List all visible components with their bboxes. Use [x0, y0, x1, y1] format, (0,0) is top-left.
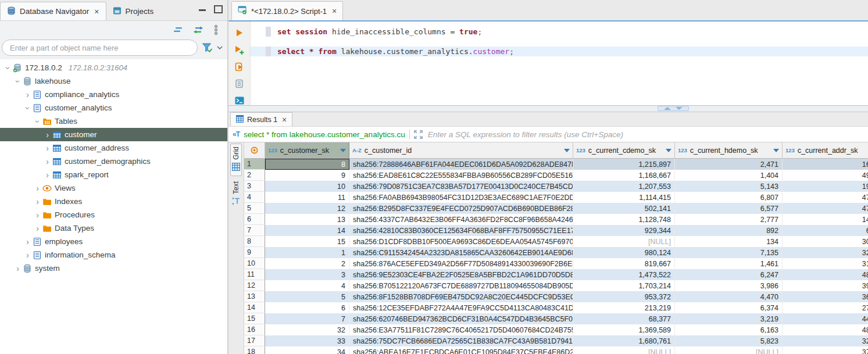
cell-c_customer_sk[interactable]: 2 [265, 258, 349, 269]
cell-c_current_addr_sk[interactable]: 14,00 [783, 214, 868, 225]
cell-c_customer_sk[interactable]: 4 [265, 280, 349, 291]
cell-c_customer_id[interactable]: sha256:C9115342454A2323DA815865CAA326064… [349, 247, 573, 258]
row-number[interactable]: 1 [244, 159, 265, 170]
tree-item-procedures[interactable]: ›Procedures [0, 208, 227, 221]
chevron-expanded-icon[interactable]: › [14, 77, 22, 85]
row-number[interactable]: 14 [244, 302, 265, 313]
cell-c_current_hdemo_sk[interactable]: 6,163 [675, 324, 783, 335]
tree-item-customer[interactable]: ›customer [0, 128, 227, 141]
cell-c_current_cdemo_sk[interactable]: 1,473,522 [573, 269, 675, 280]
cell-c_customer_sk[interactable]: 9 [265, 170, 349, 181]
tree-item-172-18-0-2[interactable]: ›172.18.0.2172.18.0.2:31604 [0, 61, 227, 74]
tree-item-employees[interactable]: ›employees [0, 235, 227, 248]
row-number[interactable]: 4 [244, 192, 265, 203]
cell-c_current_hdemo_sk[interactable]: 134 [675, 236, 783, 247]
cell-c_current_addr_sk[interactable]: 16,59 [783, 159, 868, 170]
cell-c_customer_id[interactable]: sha256:B705122120A673FC7DE6889727DB11809… [349, 280, 573, 291]
cell-c_current_addr_sk[interactable]: 39,55 [783, 280, 868, 291]
cell-c_customer_id[interactable]: sha256:79D08751C3EA7C83BA57D177E00413D0C… [349, 181, 573, 192]
row-number[interactable]: 15 [244, 313, 265, 324]
cell-c_current_hdemo_sk[interactable]: 2,471 [675, 159, 783, 170]
presentation-tab-grid[interactable]: Grid [230, 144, 242, 176]
column-filter-arrow-icon[interactable] [773, 149, 779, 152]
cell-c_current_cdemo_sk[interactable]: 1,680,761 [573, 335, 675, 346]
row-number[interactable]: 13 [244, 291, 265, 302]
cell-c_customer_sk[interactable]: 10 [265, 181, 349, 192]
row-number[interactable]: 2 [244, 170, 265, 181]
cell-c_customer_sk[interactable]: 15 [265, 236, 349, 247]
cell-c_current_hdemo_sk[interactable]: 6,374 [675, 302, 783, 313]
object-filter-input[interactable] [2, 40, 198, 56]
chevron-collapsed-icon[interactable]: › [23, 238, 32, 246]
tree-item-views[interactable]: ›Views [0, 181, 227, 195]
cell-c_current_cdemo_sk[interactable]: 1,114,415 [573, 192, 675, 203]
cell-c_customer_id[interactable]: sha256:8F1528BB708DF69EB475DC92A8C20EC44… [349, 291, 573, 302]
open-console-button[interactable] [234, 95, 245, 105]
cell-c_current_addr_sk[interactable]: 47,36 [783, 203, 868, 214]
chevron-expanded-icon[interactable]: › [24, 103, 32, 112]
cell-c_current_cdemo_sk[interactable]: 1,369,589 [573, 324, 675, 335]
cell-c_current_hdemo_sk[interactable]: 892 [675, 225, 783, 236]
cell-c_customer_sk[interactable]: 8 [265, 159, 349, 170]
cell-c_current_hdemo_sk[interactable]: 7,135 [675, 247, 783, 258]
cell-c_current_hdemo_sk[interactable]: 1,404 [675, 170, 783, 181]
column-filter-arrow-icon[interactable] [564, 149, 570, 152]
cell-c_current_cdemo_sk[interactable]: 1,207,553 [573, 181, 675, 192]
close-icon[interactable]: × [94, 7, 99, 16]
cell-c_customer_id[interactable]: sha256:E3A77511F81C7289C76C4065217D5D406… [349, 324, 573, 335]
tree-item-information-schema[interactable]: ›information_schema [0, 248, 227, 262]
tab-projects[interactable]: Projects [106, 2, 160, 20]
maximize-icon[interactable] [214, 5, 223, 13]
row-number[interactable]: 5 [244, 203, 265, 214]
cell-c_customer_id[interactable]: sha256:ABEA16E7E1ECBDCA6E01CE1095D84E37C… [349, 346, 573, 354]
cell-c_current_cdemo_sk[interactable]: 980,124 [573, 247, 675, 258]
cell-c_current_addr_sk[interactable]: 48,29 [783, 324, 868, 335]
cell-c_customer_id[interactable]: sha256:42810C83B0360CE125634F068BAF8FF75… [349, 225, 573, 236]
cell-c_customer_id[interactable]: sha256:75DC7FCB6686EDA72565C1B838CA7FC43… [349, 335, 573, 346]
cell-c_customer_id[interactable]: sha256:876ACE5EFED349A2D56F77D5084891433… [349, 258, 573, 269]
cell-c_current_cdemo_sk[interactable]: 1,128,748 [573, 214, 675, 225]
chevron-collapsed-icon[interactable]: › [33, 184, 42, 192]
cell-c_current_hdemo_sk[interactable]: 6,807 [675, 192, 783, 203]
cell-c_current_addr_sk[interactable]: 31,65 [783, 258, 868, 269]
cell-c_customer_id[interactable]: sha256:EAD8E61C8C22E555834FBBA9B60556CB2… [349, 170, 573, 181]
cell-c_customer_sk[interactable]: 7 [265, 313, 349, 324]
cell-c_customer_sk[interactable]: 11 [265, 192, 349, 203]
column-filter-arrow-icon[interactable] [340, 149, 346, 152]
chevron-collapsed-icon[interactable]: › [43, 171, 52, 179]
cell-c_current_addr_sk[interactable]: 19,58 [783, 181, 868, 192]
cell-c_current_addr_sk[interactable]: 36,36 [783, 291, 868, 302]
tree-item-tables[interactable]: ›Tables [0, 115, 227, 128]
cell-c_current_addr_sk[interactable]: 6,44 [783, 225, 868, 236]
editor-results-splitter[interactable] [228, 105, 868, 112]
column-filter-arrow-icon[interactable] [666, 149, 671, 152]
cell-c_customer_sk[interactable]: 5 [265, 291, 349, 302]
chevron-expanded-icon[interactable]: › [34, 117, 42, 126]
tab-sql-script[interactable]: *<172.18.0.2> Script-1 × [231, 1, 343, 20]
code-area[interactable]: set session hide_inaccessible_columns = … [251, 22, 868, 105]
cell-c_customer_sk[interactable]: 33 [265, 335, 349, 346]
column-header-c_current_addr_sk[interactable]: 123c_current_addr_sk [783, 142, 868, 158]
cell-c_customer_id[interactable]: sha256:4337C7AB6432E3B06FF4A3636FD2F8CC8… [349, 214, 573, 225]
script-log-button[interactable] [234, 78, 245, 88]
cell-c_current_addr_sk[interactable]: 30,46 [783, 236, 868, 247]
cell-c_current_cdemo_sk[interactable]: 68,377 [573, 313, 675, 324]
cell-c_current_hdemo_sk[interactable]: 6,577 [675, 203, 783, 214]
cell-c_current_addr_sk[interactable]: 37,50 [783, 346, 868, 354]
row-number[interactable]: 8 [244, 236, 265, 247]
chevron-collapsed-icon[interactable]: › [43, 158, 52, 166]
grid-corner-cell[interactable] [244, 142, 265, 158]
cell-c_current_hdemo_sk[interactable]: 5,823 [675, 335, 783, 346]
cell-c_customer_id[interactable]: sha256:FA0ABB6943B98054FC31D12D3E3AEC689… [349, 192, 573, 203]
cell-c_customer_sk[interactable]: 12 [265, 203, 349, 214]
row-number[interactable]: 12 [244, 280, 265, 291]
cell-c_customer_id[interactable]: sha256:72888646ABF61FA044EDEC061D6DA5A09… [349, 159, 573, 170]
cell-c_current_cdemo_sk[interactable]: 1,215,897 [573, 159, 675, 170]
tree-item-lakehouse[interactable]: ›lakehouse [0, 74, 227, 88]
cell-c_current_cdemo_sk[interactable]: 953,372 [573, 291, 675, 302]
collapse-all-button[interactable] [173, 27, 183, 33]
filter-settings-icon[interactable] [202, 42, 213, 53]
splitter-grip[interactable] [658, 106, 689, 111]
row-number[interactable]: 11 [244, 269, 265, 280]
cell-c_customer_sk[interactable]: 34 [265, 346, 349, 354]
